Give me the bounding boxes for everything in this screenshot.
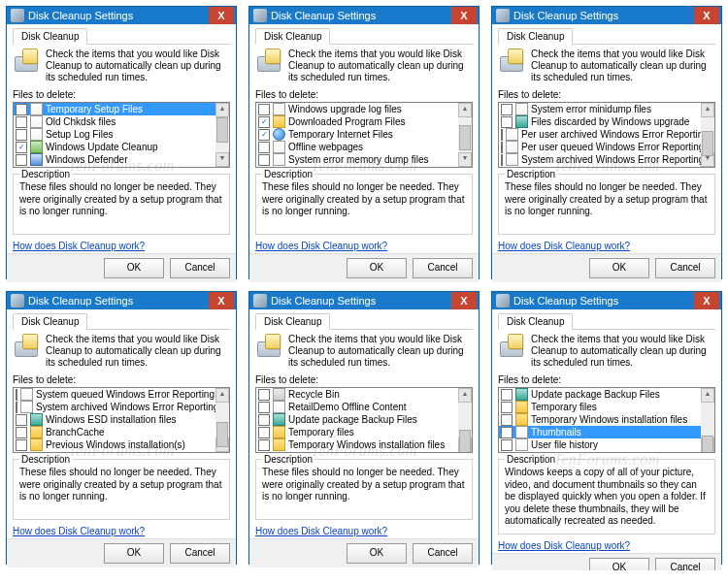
checkbox[interactable]: ✓ — [258, 116, 270, 128]
list-item[interactable]: Setup Log Files — [14, 128, 215, 141]
checkbox[interactable]: ✓ — [16, 142, 27, 153]
scroll-thumb[interactable] — [459, 125, 471, 150]
checkbox[interactable] — [501, 116, 513, 128]
list-item[interactable]: System queued Windows Error Reporting Fi… — [14, 388, 215, 401]
list-item[interactable]: Previous Windows installation(s) — [14, 438, 215, 451]
help-link[interactable]: How does Disk Cleanup work? — [13, 520, 230, 536]
list-item[interactable]: User file history — [499, 438, 701, 451]
files-listbox[interactable]: Temporary Setup FilesOld Chkdsk filesSet… — [13, 102, 230, 168]
scroll-thumb[interactable] — [702, 436, 713, 453]
cancel-button[interactable]: Cancel — [655, 558, 715, 571]
list-item[interactable]: Temporary Windows installation files — [256, 438, 458, 451]
close-button[interactable]: X — [451, 7, 477, 24]
list-item[interactable]: Update package Backup Files — [499, 388, 701, 401]
cancel-button[interactable]: Cancel — [413, 543, 473, 564]
list-item[interactable]: Offline webpages — [256, 141, 458, 153]
checkbox[interactable] — [501, 154, 503, 166]
files-listbox[interactable]: Update package Backup FilesTemporary fil… — [498, 387, 715, 453]
scrollbar[interactable]: ▲▼ — [215, 388, 229, 452]
cancel-button[interactable]: Cancel — [170, 543, 230, 564]
files-listbox[interactable]: Recycle BinRetailDemo Offline ContentUpd… — [255, 387, 473, 453]
scroll-up-button[interactable]: ▲ — [215, 103, 229, 117]
checkbox[interactable] — [16, 389, 17, 401]
checkbox[interactable] — [16, 402, 17, 413]
checkbox[interactable] — [501, 414, 513, 426]
ok-button[interactable]: OK — [589, 558, 649, 571]
help-link[interactable]: How does Disk Cleanup work? — [498, 235, 715, 251]
scroll-track[interactable] — [701, 117, 714, 152]
scrollbar[interactable]: ▲▼ — [701, 103, 714, 167]
help-link[interactable]: How does Disk Cleanup work? — [498, 534, 715, 551]
scroll-thumb[interactable] — [216, 422, 228, 447]
files-listbox[interactable]: Windows upgrade log files✓Downloaded Pro… — [255, 102, 473, 168]
scrollbar[interactable]: ▲▼ — [215, 103, 229, 167]
checkbox[interactable] — [501, 439, 513, 451]
checkbox[interactable] — [501, 427, 513, 438]
list-item[interactable]: Files discarded by Windows upgrade — [499, 115, 701, 128]
scroll-thumb[interactable] — [702, 131, 713, 156]
list-item[interactable]: BranchCache — [14, 426, 215, 438]
list-item[interactable]: Temporary Setup Files — [14, 103, 215, 115]
list-item[interactable]: Windows Defender — [14, 153, 215, 166]
list-item[interactable]: Temporary files — [256, 426, 458, 438]
list-item[interactable]: System error minidump files — [499, 103, 701, 115]
cancel-button[interactable]: Cancel — [170, 258, 230, 278]
close-button[interactable]: X — [209, 7, 234, 24]
help-link[interactable]: How does Disk Cleanup work? — [255, 520, 473, 536]
scroll-track[interactable] — [701, 403, 714, 437]
checkbox[interactable] — [258, 104, 270, 115]
scroll-up-button[interactable]: ▲ — [701, 388, 714, 403]
files-listbox[interactable]: System queued Windows Error Reporting Fi… — [13, 387, 230, 453]
checkbox[interactable] — [501, 129, 503, 141]
checkbox[interactable] — [501, 142, 503, 153]
close-button[interactable]: X — [451, 292, 477, 309]
scroll-up-button[interactable]: ▲ — [701, 103, 714, 117]
ok-button[interactable]: OK — [347, 543, 407, 564]
scrollbar[interactable]: ▲▼ — [458, 103, 472, 167]
ok-button[interactable]: OK — [104, 258, 164, 278]
list-item[interactable]: Update package Backup Files — [256, 413, 458, 426]
checkbox[interactable] — [16, 116, 27, 128]
scroll-thumb[interactable] — [216, 117, 228, 143]
help-link[interactable]: How does Disk Cleanup work? — [13, 235, 230, 251]
close-button[interactable]: X — [694, 292, 719, 309]
checkbox[interactable]: ✓ — [258, 129, 270, 141]
list-item[interactable]: Thumbnails — [499, 426, 701, 438]
scroll-track[interactable] — [458, 403, 472, 437]
cancel-button[interactable]: Cancel — [655, 258, 715, 278]
scrollbar[interactable]: ▲▼ — [458, 388, 472, 452]
checkbox[interactable] — [258, 427, 270, 438]
close-button[interactable]: X — [209, 292, 234, 309]
scroll-up-button[interactable]: ▲ — [215, 388, 229, 403]
list-item[interactable]: Windows upgrade log files — [256, 103, 458, 115]
tab-disk-cleanup[interactable]: Disk Cleanup — [255, 313, 330, 330]
scroll-track[interactable] — [458, 117, 472, 152]
scroll-thumb[interactable] — [459, 430, 471, 453]
ok-button[interactable]: OK — [589, 258, 649, 278]
help-link[interactable]: How does Disk Cleanup work? — [255, 235, 473, 251]
tab-disk-cleanup[interactable]: Disk Cleanup — [13, 313, 87, 330]
scroll-up-button[interactable]: ▲ — [458, 103, 472, 117]
list-item[interactable]: RetailDemo Offline Content — [256, 401, 458, 413]
list-item[interactable]: Per user archived Windows Error Reportin… — [499, 128, 701, 141]
scroll-track[interactable] — [215, 117, 229, 152]
list-item[interactable]: Temporary files — [499, 401, 701, 413]
ok-button[interactable]: OK — [347, 258, 407, 278]
list-item[interactable]: Windows ESD installation files — [14, 413, 215, 426]
list-item[interactable]: ✓Temporary Internet Files — [256, 128, 458, 141]
list-item[interactable]: System error memory dump files — [256, 153, 458, 166]
checkbox[interactable] — [501, 104, 513, 115]
list-item[interactable]: Recycle Bin — [256, 388, 458, 401]
scrollbar[interactable]: ▲▼ — [701, 388, 714, 452]
list-item[interactable]: Per user queued Windows Error Reporting … — [499, 141, 701, 153]
checkbox[interactable] — [258, 414, 270, 426]
tab-disk-cleanup[interactable]: Disk Cleanup — [498, 313, 573, 330]
tab-disk-cleanup[interactable]: Disk Cleanup — [498, 28, 573, 45]
list-item[interactable]: ✓Windows Update Cleanup — [14, 141, 215, 153]
scroll-up-button[interactable]: ▲ — [458, 388, 472, 403]
checkbox[interactable] — [501, 389, 513, 401]
checkbox[interactable] — [16, 427, 27, 438]
files-listbox[interactable]: System error minidump filesFiles discard… — [498, 102, 715, 168]
ok-button[interactable]: OK — [104, 543, 164, 564]
checkbox[interactable] — [16, 414, 27, 426]
